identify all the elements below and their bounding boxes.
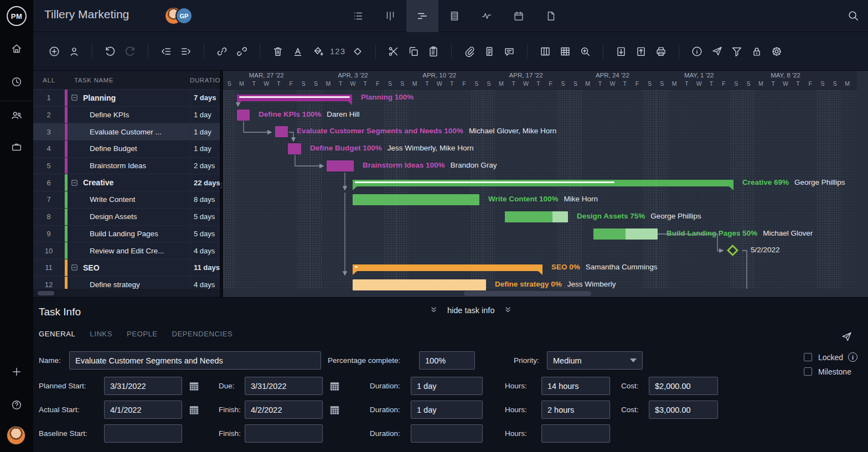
lock-button[interactable]	[747, 41, 767, 61]
info-button[interactable]	[687, 41, 707, 61]
task-bar[interactable]	[237, 110, 250, 121]
grid-button[interactable]	[555, 41, 575, 61]
collapse-icon[interactable]	[70, 263, 79, 272]
summary-bar[interactable]	[353, 180, 733, 186]
home-icon[interactable]	[0, 37, 33, 61]
notes-button[interactable]	[479, 41, 499, 61]
collapse-icon[interactable]	[70, 93, 79, 102]
milestone-diamond[interactable]	[727, 245, 738, 256]
table-row[interactable]: 9Build Landing Pages5 days	[33, 226, 220, 243]
task-bar[interactable]	[288, 143, 301, 154]
start-date-input[interactable]	[104, 424, 182, 443]
link-button[interactable]	[212, 41, 232, 61]
view-tab-view-calendar[interactable]	[503, 0, 535, 32]
zoom-in-button[interactable]	[575, 41, 595, 61]
indent-button[interactable]	[176, 41, 196, 61]
import-button[interactable]	[611, 41, 631, 61]
duration-input[interactable]	[411, 424, 483, 443]
redo-button[interactable]	[120, 41, 140, 61]
table-horizontal-scrollbar[interactable]	[38, 291, 54, 295]
task-name-input[interactable]	[69, 351, 321, 370]
task-bar[interactable]	[505, 211, 568, 222]
task-info-tab-dependencies[interactable]: DEPENDENCIES	[172, 330, 233, 338]
hours-input[interactable]	[541, 401, 610, 419]
milestone-checkbox[interactable]	[804, 367, 812, 376]
task-info-tab-general[interactable]: GENERAL	[39, 330, 75, 338]
table-row[interactable]: 5Brainstorm Ideas2 days	[33, 158, 220, 175]
cost-input[interactable]	[649, 401, 718, 419]
view-tab-view-activity[interactable]	[471, 0, 503, 32]
hours-input[interactable]	[541, 377, 610, 395]
summary-bar[interactable]	[353, 264, 542, 271]
fill-color-button[interactable]	[308, 41, 328, 61]
start-date-input[interactable]	[104, 401, 182, 419]
task-bar[interactable]	[353, 194, 479, 205]
task-bar[interactable]	[593, 228, 658, 240]
unlink-button[interactable]	[232, 41, 252, 61]
end-date-input[interactable]	[245, 377, 323, 395]
task-bar[interactable]	[327, 160, 354, 172]
settings-button[interactable]	[767, 41, 787, 61]
table-row[interactable]: 3Evaluate Customer ...1 day	[33, 123, 220, 141]
add-new-icon[interactable]	[0, 360, 33, 384]
table-row[interactable]: 10Review and Edit Cre...4 days	[33, 242, 220, 259]
filter-button[interactable]	[727, 41, 747, 61]
collapse-icon[interactable]	[70, 178, 79, 188]
share-button[interactable]	[707, 41, 727, 61]
numbers-button[interactable]: 123	[328, 46, 348, 56]
duration-input[interactable]	[411, 377, 483, 395]
share-paper-plane-icon[interactable]	[841, 331, 852, 342]
table-row[interactable]: 12Define strategy4 days	[33, 277, 220, 289]
task-bar[interactable]	[353, 279, 486, 290]
calendar-icon[interactable]	[188, 403, 200, 416]
table-row[interactable]: 7Write Content8 days	[33, 191, 220, 209]
end-date-input[interactable]	[245, 401, 323, 419]
print-button[interactable]	[651, 41, 671, 61]
attachment-button[interactable]	[459, 41, 479, 61]
cut-button[interactable]	[384, 41, 404, 61]
delete-button[interactable]	[268, 41, 288, 61]
task-info-tab-links[interactable]: LINKS	[90, 330, 112, 338]
table-row[interactable]: 4Define Budget1 day	[33, 141, 220, 158]
duration-input[interactable]	[411, 401, 483, 419]
table-row[interactable]: 11SEO11 days	[33, 259, 220, 277]
user-avatar[interactable]	[7, 426, 25, 445]
end-date-input[interactable]	[245, 424, 323, 443]
hide-task-info-button[interactable]: hide task info	[429, 305, 513, 315]
start-date-input[interactable]	[104, 377, 182, 395]
outdent-button[interactable]	[156, 41, 176, 61]
paste-button[interactable]	[423, 41, 443, 61]
add-task-button[interactable]	[44, 41, 64, 61]
view-tab-view-list[interactable]	[342, 0, 374, 32]
summary-bar[interactable]	[237, 95, 352, 101]
milestone-diamond-button[interactable]	[348, 41, 368, 61]
priority-select[interactable]: Medium	[547, 351, 643, 370]
export-button[interactable]	[631, 41, 651, 61]
locked-checkbox[interactable]	[804, 353, 812, 361]
gantt-horizontal-scrollbar[interactable]	[464, 291, 591, 296]
view-tab-view-sheet[interactable]	[438, 0, 471, 32]
locked-info-icon[interactable]: i	[848, 352, 857, 362]
search-icon[interactable]	[847, 9, 859, 22]
table-row[interactable]: 2Define KPIs1 day	[33, 107, 220, 124]
columns-button[interactable]	[535, 41, 555, 61]
task-info-tab-people[interactable]: PEOPLE	[127, 330, 158, 338]
assign-people-button[interactable]	[64, 41, 84, 61]
table-row[interactable]: 8Design Assets5 days	[33, 209, 220, 226]
percentage-complete-input[interactable]	[419, 351, 475, 370]
format-text-button[interactable]	[288, 41, 308, 61]
hours-input[interactable]	[541, 424, 610, 443]
view-tab-view-doc[interactable]	[535, 0, 567, 32]
calendar-icon[interactable]	[328, 380, 341, 392]
comment-button[interactable]	[499, 41, 519, 61]
portfolio-icon[interactable]	[0, 135, 33, 159]
recent-clock-icon[interactable]	[0, 70, 33, 94]
task-bar[interactable]	[275, 126, 288, 137]
project-avatars[interactable]: GP	[165, 7, 200, 25]
help-icon[interactable]	[0, 393, 33, 417]
view-tab-view-board[interactable]	[374, 0, 406, 32]
copy-button[interactable]	[404, 41, 423, 61]
cost-input[interactable]	[649, 377, 718, 395]
table-row[interactable]: 1Planning7 days	[33, 90, 220, 107]
calendar-icon[interactable]	[188, 380, 200, 392]
